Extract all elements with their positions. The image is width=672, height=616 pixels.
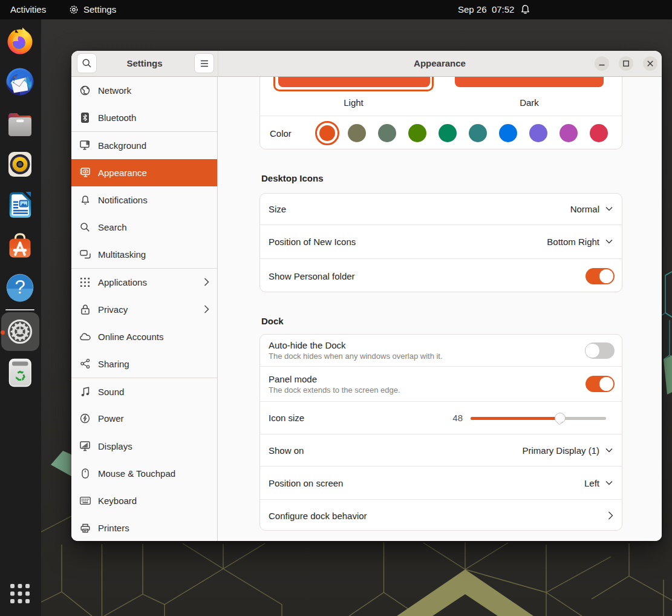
svg-text:?: ? <box>15 277 25 298</box>
